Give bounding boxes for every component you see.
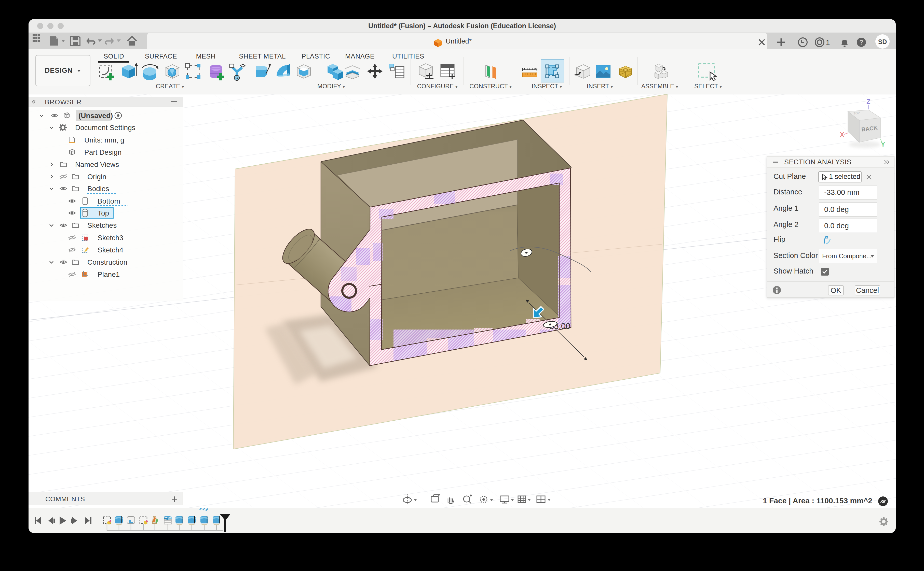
svg-text:Top: Top xyxy=(98,209,109,217)
svg-text:?: ? xyxy=(859,39,864,46)
svg-text:Document Settings: Document Settings xyxy=(75,123,136,131)
svg-text:Sketch3: Sketch3 xyxy=(98,234,123,242)
svg-text:Construction: Construction xyxy=(87,258,127,266)
svg-text:Named Views: Named Views xyxy=(75,160,119,168)
svg-text:X: X xyxy=(840,131,844,138)
svg-text:Sketches: Sketches xyxy=(87,221,117,229)
svg-text:Bottom: Bottom xyxy=(98,197,120,205)
svg-text:Bodies: Bodies xyxy=(87,185,109,193)
svg-text:1: 1 xyxy=(826,38,830,46)
svg-text:Sketch4: Sketch4 xyxy=(98,246,123,254)
svg-text:Plane1: Plane1 xyxy=(98,270,120,278)
svg-text:(Unsaved): (Unsaved) xyxy=(79,112,113,120)
svg-text:SD: SD xyxy=(878,38,887,45)
svg-text:Part Design: Part Design xyxy=(84,148,121,156)
svg-text:BROWSER: BROWSER xyxy=(45,98,82,106)
svg-text:Origin: Origin xyxy=(87,173,107,181)
svg-text:Untitled*: Untitled* xyxy=(446,37,472,45)
svg-text:Z: Z xyxy=(867,98,870,105)
svg-text:Units: mm, g: Units: mm, g xyxy=(84,136,124,144)
svg-text:TOP: TOP xyxy=(853,111,860,115)
